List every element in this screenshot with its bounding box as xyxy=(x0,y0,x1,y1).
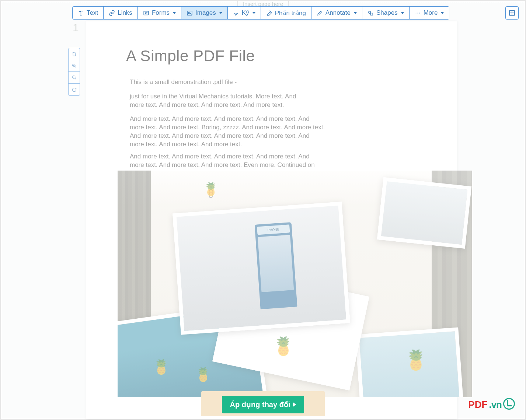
inserted-image[interactable]: PHONE 🍍 🍍 🍍 🍍 🍍 xyxy=(118,171,472,397)
more-label: More xyxy=(424,9,438,17)
chevron-right-icon xyxy=(293,402,296,407)
text-label: Text xyxy=(87,9,98,17)
pineapple-icon: 🍍 xyxy=(404,349,428,371)
rotate-icon xyxy=(72,87,77,92)
delete-button[interactable] xyxy=(69,48,80,60)
link-icon xyxy=(109,10,115,16)
caret-icon xyxy=(252,12,255,14)
annotate-label: Annotate xyxy=(325,9,351,17)
insert-page-here[interactable]: Insert page here xyxy=(237,1,289,7)
text-tool[interactable]: Text xyxy=(73,7,104,19)
watermark-logo: PDF.vn xyxy=(468,399,515,410)
booth-glass xyxy=(258,235,294,292)
watermark-badge-icon xyxy=(503,398,515,410)
photo-card-main: PHONE xyxy=(173,202,350,335)
image-icon xyxy=(187,10,193,16)
caret-icon xyxy=(401,12,404,14)
phone-booth-illustration: PHONE xyxy=(255,222,297,309)
more-tool[interactable]: More xyxy=(410,7,449,19)
document-paragraph: This is a small demonstration .pdf file … xyxy=(130,78,237,87)
pineapple-icon: 🍍 xyxy=(272,336,295,357)
zoom-out-button[interactable] xyxy=(69,72,80,84)
signature-icon xyxy=(233,10,239,16)
grid-icon xyxy=(509,10,515,16)
links-label: Links xyxy=(118,9,132,17)
caret-icon xyxy=(441,12,444,14)
svg-rect-1 xyxy=(187,11,192,15)
shapes-label: Shapes xyxy=(376,9,398,17)
document-paragraph: just for use in the Virtual Mechanics tu… xyxy=(130,92,310,109)
document-title: A Simple PDF File xyxy=(126,47,255,65)
svg-point-5 xyxy=(415,13,416,13)
app-frame: Insert page here Text Links Forms I xyxy=(0,0,526,420)
forms-label: Forms xyxy=(152,9,170,17)
booth-sign: PHONE xyxy=(257,224,290,235)
trash-icon xyxy=(72,51,77,57)
shapes-tool[interactable]: Shapes xyxy=(362,7,410,19)
watermark-vn: .vn xyxy=(489,399,502,410)
apply-bar: Áp dụng thay đổi xyxy=(201,391,325,416)
svg-rect-4 xyxy=(370,13,373,15)
caret-icon xyxy=(354,12,357,14)
pineapple-icon: 🍍 xyxy=(153,359,170,375)
watermark-pdf: PDF xyxy=(468,399,487,410)
apply-button-label: Áp dụng thay đổi xyxy=(230,400,290,409)
annotate-tool[interactable]: Annotate xyxy=(311,7,362,19)
images-tool[interactable]: Images xyxy=(181,7,228,19)
text-icon xyxy=(78,10,84,16)
more-icon xyxy=(415,10,421,16)
page-number: 1 xyxy=(73,21,79,34)
caret-icon xyxy=(173,12,176,14)
whiteout-tool[interactable]: Phần trắng xyxy=(261,7,311,19)
links-tool[interactable]: Links xyxy=(104,7,138,19)
forms-tool[interactable]: Forms xyxy=(138,7,181,19)
document-paragraph: And more text. And more text. And more t… xyxy=(130,115,325,149)
pineapple-icon: 🍍 xyxy=(195,367,212,382)
zoom-in-button[interactable] xyxy=(69,60,80,72)
svg-point-3 xyxy=(369,11,371,13)
zoom-in-icon xyxy=(72,63,77,69)
side-tools xyxy=(68,48,80,96)
grid-toggle-button[interactable] xyxy=(505,6,519,20)
eraser-icon xyxy=(266,10,272,16)
whiteout-label: Phần trắng xyxy=(275,9,306,17)
main-toolbar: Text Links Forms Images Ký xyxy=(72,6,449,20)
sign-tool[interactable]: Ký xyxy=(228,7,261,19)
zoom-out-icon xyxy=(72,75,77,80)
svg-point-6 xyxy=(417,13,418,13)
caret-icon xyxy=(219,12,222,14)
apply-changes-button[interactable]: Áp dụng thay đổi xyxy=(222,396,304,413)
svg-point-7 xyxy=(419,13,420,13)
images-label: Images xyxy=(195,9,216,17)
pineapple-icon: 🍍 xyxy=(203,182,219,196)
pencil-icon xyxy=(317,10,323,16)
sign-label: Ký xyxy=(242,9,249,17)
shapes-icon xyxy=(367,10,374,16)
form-icon xyxy=(143,10,149,16)
photo-card xyxy=(377,177,471,249)
rotate-button[interactable] xyxy=(69,84,80,95)
